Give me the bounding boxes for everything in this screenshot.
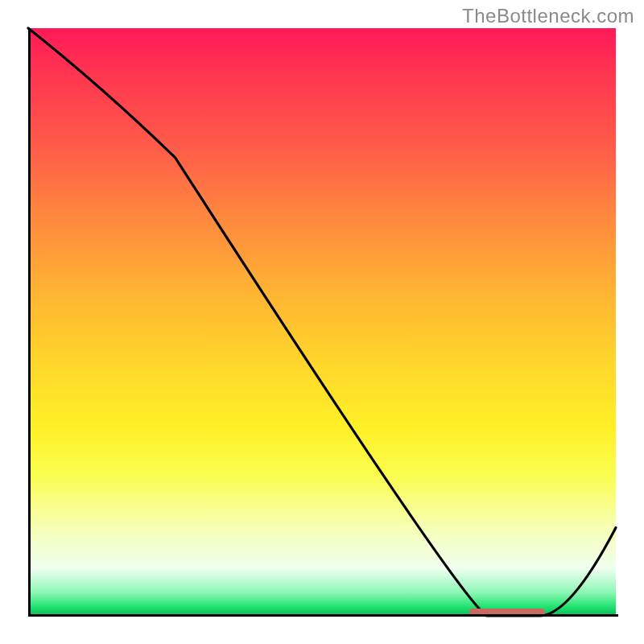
x-axis: [28, 614, 618, 617]
watermark-text: TheBottleneck.com: [462, 5, 634, 27]
curve-line: [28, 28, 616, 616]
y-axis: [28, 28, 31, 616]
chart-container: TheBottleneck.com: [0, 0, 644, 644]
bottleneck-curve: [28, 28, 616, 616]
